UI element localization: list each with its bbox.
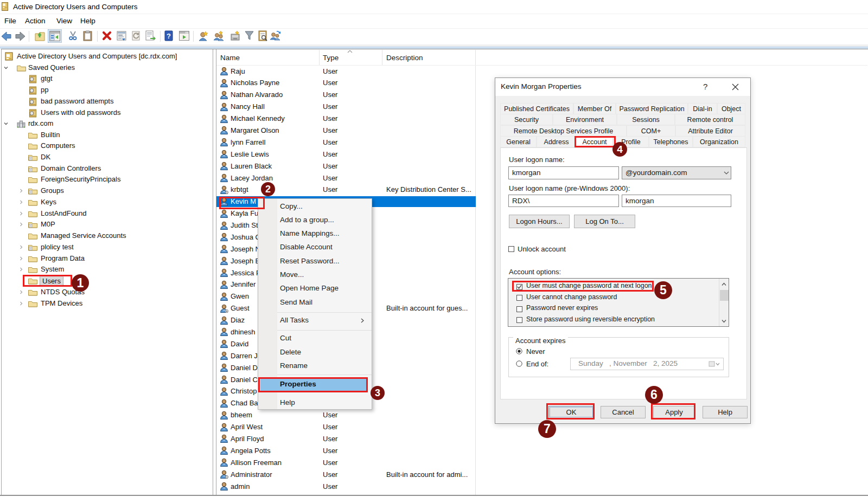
svg-text:?: ? bbox=[167, 32, 171, 40]
